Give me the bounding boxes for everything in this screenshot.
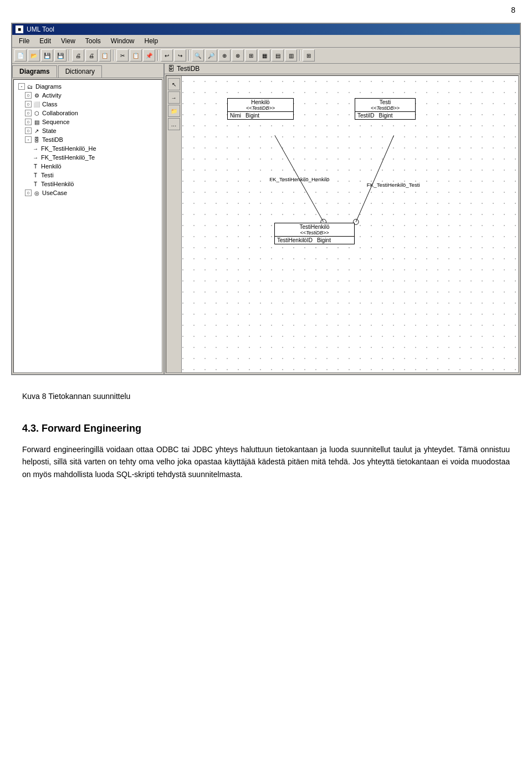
tree-item-sequence[interactable]: ○ ▤ Sequence [16,117,160,126]
field-testihenkilo-id-type: Bigint [317,237,331,243]
expander-usecase[interactable]: ○ [25,190,32,196]
menu-help[interactable]: Help [140,36,163,46]
menu-bar: File Edit View Tools Window Help [12,35,520,48]
tab-dictionary[interactable]: Dictionary [58,65,102,78]
toolbar-save2[interactable]: 💾 [54,49,66,62]
tree-item-class[interactable]: ○ ⬜ Class [16,100,160,109]
expander-sequence[interactable]: ○ [25,119,32,125]
entity-testi-name: Testi [357,99,413,105]
toolbar-zoom2[interactable]: 🔎 [205,49,217,62]
section-title: Forward Engineering [42,423,141,434]
toolbar-print2[interactable]: 🖨 [85,49,98,62]
tree-item-state[interactable]: ○ ↗ State [16,126,160,135]
tree-label-state: State [42,127,57,134]
entity-henkilo-field1: Nimi Bigint [228,112,293,119]
toolbar-undo[interactable]: ↩ [161,49,173,62]
expander-state[interactable]: ○ [25,127,32,134]
entity-testihenkilo[interactable]: TestiHenkilö <<TestiDB>> TestiHenkilöID … [274,223,355,244]
expander-diagrams[interactable]: - [18,83,25,90]
paragraph-1: Forward engineeringillä voidaan ottaa OD… [22,443,510,480]
expander-activity[interactable]: ○ [25,92,32,99]
expander-testidb[interactable]: - [25,136,32,143]
toolbar-save[interactable]: 💾 [41,49,53,62]
toolbar-sep3 [157,50,158,61]
tree-item-usecase[interactable]: ○ ◎ UseCase [16,188,160,197]
activity-icon: ⚙ [33,91,40,99]
toolbar-btn10[interactable]: ⊞ [303,49,315,62]
toolbar-btn5[interactable]: ⊗ [232,49,244,62]
tree-item-fk1[interactable]: → FK_TestiHenkilö_He [16,144,160,153]
right-panel: 🗄 TestiDB ↖ → 📁 … FK_TestiHenkilö_H [165,64,520,374]
toolbar-btn6[interactable]: ⊞ [245,49,257,62]
expander-collaboration[interactable]: ○ [25,110,32,116]
toolbar-redo[interactable]: ↪ [174,49,186,62]
field-testihenkilo-id: TestiHenkilöID [277,237,313,243]
tree-view[interactable]: - 🗂 Diagrams ○ ⚙ Activity ○ ⬜ Class [13,79,162,373]
state-icon: ↗ [33,127,40,135]
entity-testihenkilo-header: TestiHenkilö <<TestiDB>> [275,223,354,237]
section-number: 4.3. [22,423,39,434]
table1-icon: T [32,162,39,170]
toolbar-print[interactable]: 🖨 [72,49,84,62]
usecase-icon: ◎ [33,189,40,197]
toolbar-cut[interactable]: ✂ [116,49,129,62]
toolbar-sep4 [188,50,190,61]
diagram-area[interactable]: ↖ → 📁 … FK_TestiHenkilö_Henkilö [166,75,519,373]
tree-label-sequence: Sequence [42,119,70,125]
toolbar-btn4[interactable]: ⊕ [218,49,231,62]
page-number: 8 [0,0,532,17]
section-heading: 4.3. Forward Engineering [22,423,510,434]
expander-class[interactable]: ○ [25,101,32,108]
tree-label-fk2: FK_TestiHenkilö_Te [41,154,95,161]
tree-label-collaboration: Collaboration [42,110,78,116]
menu-window[interactable]: Window [106,36,139,46]
tree-item-fk2[interactable]: → FK_TestiHenkilö_Te [16,153,160,162]
tree-item-testi[interactable]: T Testi [16,171,160,180]
entity-henkilo[interactable]: Henkilö <<TestiDB>> Nimi Bigint [227,98,294,120]
diagram-title-bar: 🗄 TestiDB [165,64,520,74]
tree-label-testihenkilo: TestiHenkilö [41,181,74,187]
diag-tool-select[interactable]: ↖ [168,78,180,90]
table2-icon: T [32,171,39,179]
toolbar-copy[interactable]: 📋 [130,49,142,62]
tree-label-testi: Testi [41,172,54,178]
diag-tool-more[interactable]: … [168,118,180,130]
tab-diagrams[interactable]: Diagrams [12,65,57,78]
entity-testi[interactable]: Testi <<TestiDB>> TestiID Bigint [355,98,416,120]
table3-icon: T [32,180,39,188]
tree-item-diagrams[interactable]: - 🗂 Diagrams [16,82,160,91]
toolbar: 📄 📂 💾 💾 🖨 🖨 📋 ✂ 📋 📌 ↩ ↪ 🔍 🔎 ⊕ ⊗ ⊞ ▦ ▤ ▥ … [12,48,520,64]
tree-label-fk1: FK_TestiHenkilö_He [41,145,96,152]
toolbar-open[interactable]: 📂 [28,49,40,62]
tree-item-collaboration[interactable]: ○ ⬡ Collaboration [16,109,160,117]
entity-testihenkilo-name: TestiHenkilö [277,224,352,230]
toolbar-paste[interactable]: 📌 [143,49,155,62]
toolbar-btn3[interactable]: 📋 [99,49,111,62]
tree-label-activity: Activity [42,92,62,99]
tree-item-henkilo[interactable]: T Henkilö [16,162,160,171]
app-window: ■ UML Tool File Edit View Tools Window H… [11,23,521,375]
entity-testi-stereotype: <<TestiDB>> [357,105,413,111]
toolbar-zoom[interactable]: 🔍 [192,49,204,62]
uml-canvas: Henkilö <<TestiDB>> Nimi Bigint Testi <<… [183,76,518,372]
app-icon: ■ [16,25,23,33]
toolbar-btn8[interactable]: ▤ [272,49,284,62]
menu-edit[interactable]: Edit [35,36,55,46]
menu-file[interactable]: File [14,36,34,46]
field-nimi: Nimi [230,112,241,119]
app-title: UML Tool [27,25,54,33]
menu-tools[interactable]: Tools [81,36,105,46]
field-testiid: TestiID [357,112,375,119]
toolbar-new[interactable]: 📄 [14,49,27,62]
diag-tool-folder[interactable]: 📁 [168,105,180,117]
toolbar-btn7[interactable]: ▦ [258,49,270,62]
collaboration-icon: ⬡ [33,109,40,117]
entity-testi-header: Testi <<TestiDB>> [355,99,415,112]
toolbar-btn9[interactable]: ▥ [285,49,297,62]
diag-tool-arrow[interactable]: → [168,91,180,104]
tree-item-testihenkilo[interactable]: T TestiHenkilö [16,180,160,188]
tree-item-testidb[interactable]: - 🗄 TestiDB [16,135,160,144]
tree-item-activity[interactable]: ○ ⚙ Activity [16,91,160,100]
db-icon: 🗄 [33,136,40,144]
menu-view[interactable]: View [57,36,80,46]
